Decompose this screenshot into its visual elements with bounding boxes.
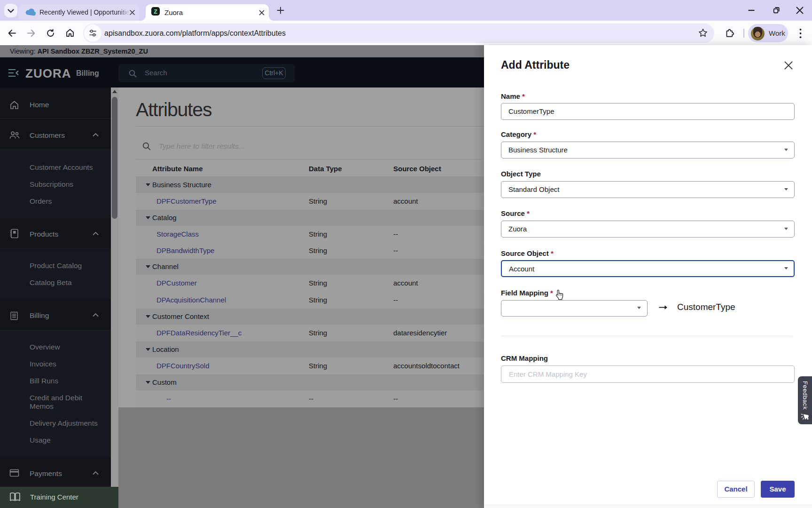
svg-text:Z: Z — [154, 8, 157, 15]
